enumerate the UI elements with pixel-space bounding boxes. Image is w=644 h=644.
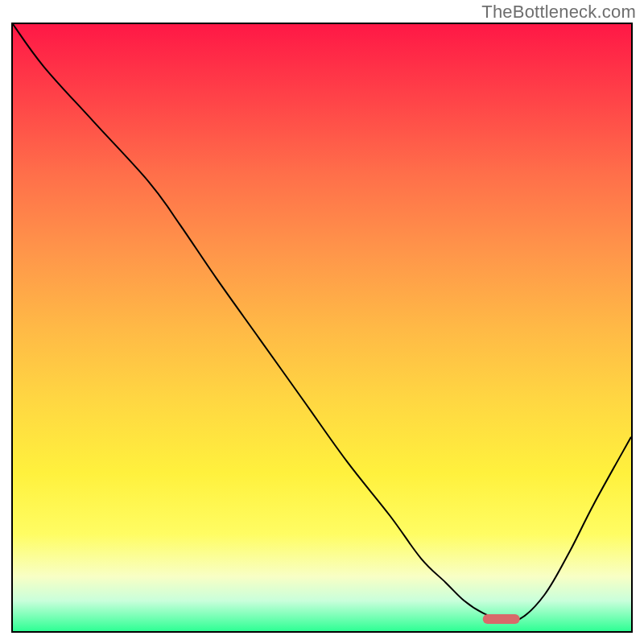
plot-frame	[11, 23, 633, 633]
attribution-label: TheBottleneck.com	[481, 2, 636, 23]
bottleneck-curve-path	[13, 24, 631, 621]
chart-container: { "attribution": "TheBottleneck.com", "c…	[0, 0, 644, 644]
curve-overlay	[13, 24, 631, 631]
optimal-marker	[483, 614, 520, 624]
